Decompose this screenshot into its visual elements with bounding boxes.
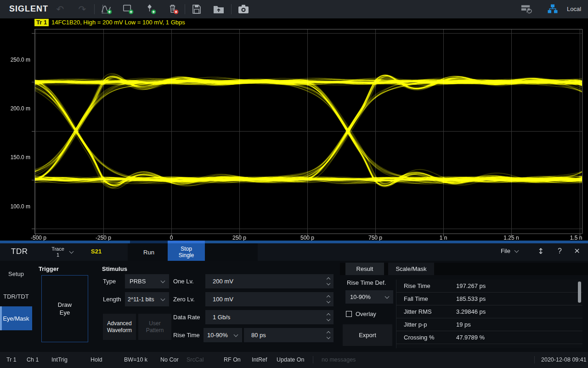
tab-scale-mask[interactable]: Scale/Mask xyxy=(388,263,434,275)
undo-icon[interactable]: ↶ xyxy=(54,3,66,15)
status-update[interactable]: Update On xyxy=(277,356,304,363)
active-tab-stripe xyxy=(0,306,2,330)
toolbar-divider xyxy=(185,4,185,14)
x-tick-label: 750 p xyxy=(362,235,389,241)
add-window-icon[interactable] xyxy=(122,3,134,15)
screenshot-camera-icon[interactable] xyxy=(237,3,249,15)
file-menu[interactable]: File xyxy=(501,247,518,254)
x-tick-label: 1 n xyxy=(430,235,457,241)
zero-level-label: Zero Lv. xyxy=(173,292,195,306)
length-label: Length xyxy=(103,292,121,306)
table-row: Jitter p-p 19 ps xyxy=(396,318,582,331)
result-rise-time-def-select[interactable]: 10-90% xyxy=(345,290,393,304)
type-select[interactable]: PRBS xyxy=(125,274,169,288)
app-window: SIGLENT ↶ ↷ xyxy=(0,0,588,368)
status-divider xyxy=(313,356,313,363)
trace-info-bar: Tr 1 14FC1B20, High = 200 mV Low = 100 m… xyxy=(0,18,588,27)
chevron-down-icon xyxy=(234,332,238,337)
export-button[interactable]: Export xyxy=(343,324,392,346)
rise-time-def-label: Rise Time Def. xyxy=(347,277,386,288)
redo-icon[interactable]: ↷ xyxy=(76,3,88,15)
status-datetime: 2020-12-08 09:41 xyxy=(541,356,587,363)
tab-result[interactable]: Result xyxy=(345,263,384,275)
eye-diagram-plot: 250.0 m 200.0 m 150.0 m 100.0 m 50.00 m … xyxy=(0,27,588,241)
save-icon[interactable] xyxy=(191,3,203,15)
tab-eye-mask[interactable]: Eye/Mask xyxy=(0,306,32,330)
window-layout-icon[interactable] xyxy=(520,3,532,15)
close-icon[interactable]: × xyxy=(574,245,580,256)
add-trace-icon[interactable] xyxy=(101,3,113,15)
rise-time-def-select[interactable]: 10-90% xyxy=(204,328,242,342)
delete-trace-icon[interactable] xyxy=(167,3,179,15)
zero-level-input[interactable]: 100 mV xyxy=(205,292,334,306)
status-correction[interactable]: No Cor xyxy=(160,356,179,363)
status-bandwidth[interactable]: BW=10 k xyxy=(124,356,147,363)
status-srccal[interactable]: SrcCal xyxy=(187,356,204,363)
x-tick-label: -250 p xyxy=(90,235,117,241)
trace-badge[interactable]: Tr 1 xyxy=(34,19,49,26)
overlay-checkbox[interactable] xyxy=(346,311,352,317)
table-scrollbar[interactable] xyxy=(578,282,581,303)
data-rate-label: Data Rate xyxy=(173,310,200,324)
one-level-input[interactable]: 200 mV xyxy=(205,274,334,288)
status-ref[interactable]: IntRef xyxy=(252,356,267,363)
trace-info-text: 14FC1B20, High = 200 mV Low = 100 mV, 1 … xyxy=(51,19,185,26)
spinner-arrows-icon[interactable] xyxy=(323,274,334,288)
chevron-down-icon xyxy=(385,294,390,299)
tab-tdr-tdt[interactable]: TDR/TDT xyxy=(0,288,32,304)
status-message: no messages xyxy=(322,356,356,363)
stimulus-heading: Stimulus xyxy=(102,265,127,272)
x-tick-label: 1.5 n xyxy=(564,235,588,241)
y-tick-label: 150.0 m xyxy=(2,154,30,161)
status-divider xyxy=(534,356,535,363)
chevron-down-icon xyxy=(161,296,165,301)
collapse-panel-icon[interactable]: ↕ xyxy=(537,247,544,256)
tdr-title-bar: TDR Trace 1 S21 Run Stop Single File ↕ ?… xyxy=(0,243,588,261)
x-tick-label: 1.25 n xyxy=(498,235,525,241)
trigger-heading: Trigger xyxy=(39,265,59,272)
help-icon[interactable]: ? xyxy=(558,247,562,255)
recall-folder-icon[interactable] xyxy=(213,3,225,15)
status-channel[interactable]: Ch 1 xyxy=(27,356,39,363)
tdr-settings-panel: Setup TDR/TDT Eye/Mask Trigger Draw Eye … xyxy=(0,261,588,352)
trace-select-value: 1 xyxy=(46,252,70,258)
add-marker-icon[interactable] xyxy=(145,3,157,15)
rise-time-label: Rise Time xyxy=(173,328,200,342)
status-rf[interactable]: RF On xyxy=(224,356,241,363)
trace-select-label: Trace xyxy=(46,246,70,252)
chevron-down-icon xyxy=(514,248,519,253)
siglent-logo: SIGLENT xyxy=(9,4,48,14)
eye-diagram-canvas[interactable] xyxy=(0,27,588,241)
x-tick-label: -500 p xyxy=(25,235,52,241)
run-button[interactable]: Run xyxy=(130,243,168,261)
status-bar: Tr 1 Ch 1 IntTrig Hold BW=10 k No Cor Sr… xyxy=(0,352,588,368)
lan-status-icon[interactable] xyxy=(547,3,559,15)
table-row: Rise Time 197.267 ps xyxy=(396,280,582,293)
spinner-arrows-icon[interactable] xyxy=(323,292,334,306)
top-toolbar: SIGLENT ↶ ↷ xyxy=(0,0,588,18)
rise-time-input[interactable]: 80 ps xyxy=(244,328,334,342)
overlay-label[interactable]: Overlay xyxy=(356,309,376,320)
result-tab-strip: Result Scale/Mask xyxy=(340,263,588,275)
trace-select-dropdown[interactable]: Trace 1 xyxy=(46,244,79,260)
tab-setup[interactable]: Setup xyxy=(0,266,32,282)
user-pattern-button[interactable]: User Pattern xyxy=(138,314,171,340)
stop-single-button[interactable]: Stop Single xyxy=(168,243,205,261)
one-level-label: One Lv. xyxy=(173,274,194,288)
length-select[interactable]: 2^11-1 bits xyxy=(125,292,169,306)
y-tick-label: 100.0 m xyxy=(2,203,30,210)
advanced-waveform-button[interactable]: Advanced Waveform xyxy=(103,314,136,340)
s-parameter-label[interactable]: S21 xyxy=(91,248,102,255)
table-row: Fall Time 185.533 ps xyxy=(396,293,582,305)
status-trigger[interactable]: IntTrig xyxy=(51,356,68,363)
draw-eye-button[interactable]: Draw Eye xyxy=(41,275,88,342)
chevron-down-icon xyxy=(161,278,165,283)
status-hold[interactable]: Hold xyxy=(90,356,102,363)
data-rate-input[interactable]: 1 Gb/s xyxy=(205,310,334,324)
status-trace[interactable]: Tr 1 xyxy=(6,356,17,363)
spinner-arrows-icon[interactable] xyxy=(323,328,334,342)
spinner-arrows-icon[interactable] xyxy=(323,310,334,324)
y-tick-label: 250.0 m xyxy=(2,57,30,63)
measurement-table: Rise Time 197.267 ps Fall Time 185.533 p… xyxy=(396,280,582,348)
connection-mode-label[interactable]: Local xyxy=(567,6,581,12)
